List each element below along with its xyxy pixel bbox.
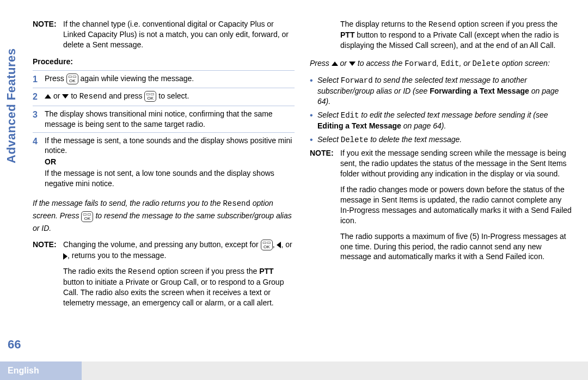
step-number: 3 — [33, 109, 45, 130]
ref-forward: Forwarding a Text Message — [430, 87, 529, 95]
note-top: NOTE: If the channel type (i.e. conventi… — [33, 19, 295, 50]
delete-label: Delete — [341, 136, 368, 144]
bullet-icon: • — [310, 136, 317, 145]
press-c1: , — [437, 59, 441, 68]
section-label: Advanced Features — [4, 48, 19, 163]
step-3: 3 The display shows transitional mini no… — [33, 106, 295, 132]
footer-language: English — [0, 361, 82, 380]
ptt-label: PTT — [340, 30, 354, 39]
procedure-heading: Procedure: — [33, 57, 295, 67]
step2-t1: or — [53, 91, 62, 100]
ok-button-icon: ▭▭OK — [81, 211, 93, 222]
bullet-text: Select Forward to send the selected text… — [317, 75, 572, 107]
edit-label: Edit — [441, 59, 460, 68]
step-number: 1 — [33, 73, 45, 85]
ok-button-icon: ▭▭OK — [66, 73, 78, 84]
step1-t1: Press — [45, 74, 66, 83]
resend-label: Resend — [128, 267, 155, 276]
note-bottom: NOTE: Changing the volume, and pressing … — [33, 240, 295, 308]
press-t2: or — [340, 59, 349, 68]
step-4: 4 If the message is sent, a tone sounds … — [33, 132, 295, 192]
manual-page: Advanced Features 66 NOTE: If the channe… — [0, 0, 588, 380]
left-column: NOTE: If the channel type (i.e. conventi… — [33, 19, 295, 369]
step2-t2: to — [71, 91, 79, 100]
resend-label: Resend — [223, 199, 250, 208]
press-c2: , or — [459, 59, 472, 68]
step-body: The display shows transitional mini noti… — [45, 109, 295, 130]
bullet-delete: • Select Delete to delete the text messa… — [310, 134, 572, 145]
step2-t3: and press — [109, 91, 144, 100]
page-footer: English — [0, 361, 588, 380]
bullet-forward: • Select Forward to send the selected te… — [310, 75, 572, 107]
bullet-text: Select Delete to delete the text message… — [317, 134, 572, 145]
step-2: 2 or to Resend and press ▭▭OK to select. — [33, 88, 295, 106]
bullet-text: Select Edit to edit the selected text me… — [317, 110, 572, 131]
content-columns: NOTE: If the channel type (i.e. conventi… — [33, 19, 572, 369]
cont-t1: The display returns to the — [340, 20, 428, 28]
fail-t1: If the message fails to send, the radio … — [33, 199, 223, 207]
ptt-label: PTT — [259, 267, 273, 275]
resend-label: Resend — [428, 20, 456, 29]
bullet-icon: • — [310, 111, 317, 131]
cont-t3: button to respond to a Private Call (exc… — [340, 30, 559, 50]
cont-t2: option screen if you press the — [458, 20, 558, 28]
note-right: NOTE: If you exit the message sending sc… — [310, 148, 572, 262]
resend-label: Resend — [79, 92, 107, 101]
press-paragraph: Press or to access the Forward, Edit, or… — [310, 57, 572, 70]
press-t4: option screen: — [502, 59, 550, 68]
n2p2a: The radio exits the — [63, 267, 128, 275]
b3-t1: Select — [317, 135, 341, 144]
note-body: If you exit the message sending screen w… — [340, 148, 572, 262]
press-t3: to access the — [358, 59, 405, 68]
step4-p1: If the message is sent, a tone sounds an… — [45, 136, 295, 156]
ok-button-icon: ▭▭OK — [144, 91, 156, 102]
forward-label: Forward — [341, 76, 373, 85]
note-label: NOTE: — [33, 19, 63, 50]
n2p1b: , — [273, 240, 277, 249]
note-body: Changing the volume, and pressing any bu… — [63, 240, 295, 308]
up-arrow-icon — [45, 94, 51, 99]
step2-t4: to select. — [158, 91, 189, 100]
step-number: 4 — [33, 136, 45, 189]
footer-bar — [82, 361, 588, 380]
b2-t1: Select — [317, 111, 341, 119]
note2-p2: The radio exits the Resend option screen… — [63, 266, 295, 308]
edit-label: Edit — [341, 111, 359, 120]
note-continuation: The display returns to the Resend option… — [340, 19, 572, 51]
n2p1a: Changing the volume, and pressing any bu… — [63, 240, 261, 249]
right-arrow-icon — [63, 253, 68, 260]
step4-or: OR — [45, 157, 295, 167]
ok-button-icon: ▭▭OK — [261, 240, 273, 250]
n2p2c: button to initiate a Private or Group Ca… — [63, 278, 284, 307]
note-body: If the channel type (i.e. conventional d… — [63, 19, 295, 50]
step-body: Press ▭▭OK again while viewing the messa… — [45, 73, 295, 85]
right-column: The display returns to the Resend option… — [310, 19, 572, 369]
bullet-edit: • Select Edit to edit the selected text … — [310, 110, 572, 131]
delete-label: Delete — [473, 59, 500, 68]
step-number: 2 — [33, 91, 45, 103]
down-arrow-icon — [349, 62, 356, 66]
rnote-p1: If you exit the message sending screen w… — [340, 148, 572, 179]
bullet-icon: • — [310, 76, 317, 107]
up-arrow-icon — [332, 62, 338, 66]
b1-t1: Select — [317, 76, 341, 84]
n2p1c: , or — [281, 240, 292, 249]
page-number: 66 — [8, 338, 21, 352]
step1-t2: again while viewing the message. — [81, 74, 194, 83]
fail-paragraph: If the message fails to send, the radio … — [33, 197, 295, 234]
rnote-p2: If the radio changes mode or powers down… — [340, 185, 572, 226]
step-body: If the message is sent, a tone sounds an… — [45, 136, 295, 189]
press-t1: Press — [310, 59, 332, 68]
b2-t3: on page 64). — [403, 121, 446, 130]
step-body: or to Resend and press ▭▭OK to select. — [45, 91, 295, 103]
note-label: NOTE: — [33, 240, 63, 308]
note-label: NOTE: — [310, 148, 340, 262]
b3-t2: to delete the text message. — [370, 135, 462, 144]
rnote-p3: The radio supports a maximum of five (5)… — [340, 231, 572, 262]
forward-label: Forward — [405, 59, 437, 68]
down-arrow-icon — [62, 94, 69, 99]
b2-t2: to edit the selected text message before… — [361, 111, 548, 119]
n2p1d: , returns you to the message. — [68, 251, 166, 260]
step-1: 1 Press ▭▭OK again while viewing the mes… — [33, 70, 295, 88]
n2p2b: option screen if you press the — [157, 267, 259, 275]
